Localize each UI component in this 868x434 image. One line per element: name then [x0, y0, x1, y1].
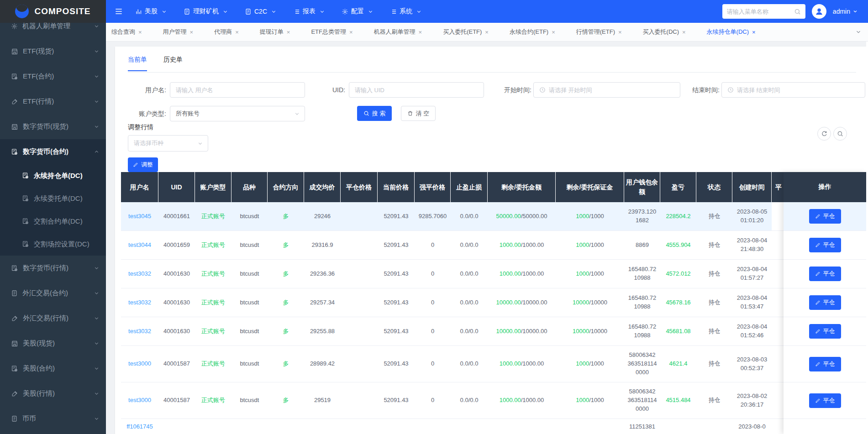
user-avatar[interactable] — [812, 4, 826, 19]
route-tab-6[interactable]: 买入委托(ETF)× — [443, 28, 489, 36]
amount-cell — [488, 419, 556, 434]
username-link[interactable]: test3000 — [121, 346, 158, 382]
col-header-15: 创建时间 — [732, 172, 772, 202]
route-tab-5[interactable]: 机器人刷单管理× — [374, 28, 422, 36]
sidebar-item-12[interactable]: 币币 — [0, 406, 106, 431]
sidebar-block-4: 数字货币(现货) — [0, 114, 106, 139]
nav-item-1[interactable]: 理财矿机 — [184, 7, 228, 16]
sidebar-item-3[interactable]: ETF(行情) — [0, 89, 106, 114]
route-tab-3[interactable]: 提现订单× — [260, 28, 290, 36]
username-link[interactable]: test3045 — [121, 202, 158, 230]
wallet-cell: 11251381 — [624, 419, 660, 434]
username-link[interactable]: test3044 — [121, 231, 158, 259]
hamburger-menu-icon[interactable] — [114, 7, 123, 16]
close-position-button[interactable]: 平仓 — [809, 295, 841, 310]
uid-field[interactable] — [349, 82, 484, 98]
sidebar-item-9[interactable]: 美股(现货) — [0, 331, 106, 356]
nav-item-0[interactable]: 美股 — [135, 7, 167, 16]
username-link[interactable]: test3000 — [121, 382, 158, 418]
close-tab-icon[interactable]: × — [349, 29, 353, 35]
tab-history-orders[interactable]: 历史单 — [163, 56, 183, 71]
amount-cell: 1000.00/1000.00 — [488, 382, 556, 418]
username-field[interactable] — [170, 82, 305, 98]
route-tab-0[interactable]: 综合查询× — [111, 28, 142, 36]
close-tab-icon[interactable]: × — [682, 29, 686, 35]
table-header: 用户名UID账户类型品种合约方向成交均价平仓价格当前价格强平价格止盈止损剩余/委… — [121, 172, 784, 202]
close-tab-icon[interactable]: × — [552, 29, 555, 35]
menu-search-input[interactable] — [727, 8, 794, 15]
close-tab-icon[interactable]: × — [287, 29, 290, 35]
route-tab-4[interactable]: ETF总类管理× — [311, 28, 352, 36]
sidebar-item-4[interactable]: 数字货币(现货) — [0, 114, 106, 139]
search-button[interactable]: 搜 索 — [357, 106, 392, 121]
nav-item-5[interactable]: 系统 — [390, 7, 422, 16]
close-tab-icon[interactable]: × — [235, 29, 239, 35]
close-tab-icon[interactable]: × — [190, 29, 194, 35]
uid-input[interactable] — [355, 87, 478, 94]
pnl-cell: 228504.2 — [660, 202, 696, 230]
adjust-button[interactable]: 调整 — [128, 157, 158, 172]
username-link[interactable]: test3032 — [121, 288, 158, 317]
coin-select[interactable]: 请选择币种 — [128, 135, 208, 152]
close-tab-icon[interactable]: × — [485, 29, 489, 35]
start-time-field[interactable] — [533, 82, 680, 98]
sidebar-item-2[interactable]: ETF(合约) — [0, 64, 106, 89]
sidebar-item-7[interactable]: 外汇交易(合约) — [0, 281, 106, 306]
close-tab-icon[interactable]: × — [752, 29, 756, 35]
menu-search-box[interactable] — [722, 4, 805, 19]
nav-item-2[interactable]: C2C — [245, 8, 277, 15]
doc-gear-icon — [22, 241, 29, 248]
username-input[interactable] — [176, 87, 299, 94]
sidebar-item-8[interactable]: 外汇交易(行情) — [0, 306, 106, 331]
wallet-cell: 165480.7210988 — [624, 317, 660, 345]
table-search-button[interactable] — [833, 127, 847, 141]
sidebar-item-6[interactable]: 数字货币(行情) — [0, 256, 106, 281]
nav-item-4[interactable]: 配置 — [342, 7, 374, 16]
table-row-4: test303240001630正式账号btcusdt多29255.885209… — [121, 317, 784, 346]
nav-item-3[interactable]: 报表 — [293, 7, 325, 16]
route-tab-2[interactable]: 代理商× — [214, 28, 239, 36]
sidebar-subitem-5-3[interactable]: 交割场控设置(DC) — [0, 233, 106, 256]
sidebar-subitem-5-2[interactable]: 交割合约单(DC) — [0, 210, 106, 233]
account-type-select[interactable]: 所有账号 — [170, 106, 305, 121]
logo: COMPOSITE — [0, 0, 106, 23]
end-time-field[interactable] — [721, 82, 865, 98]
close-position-button[interactable]: 平仓 — [809, 267, 841, 281]
refresh-button[interactable] — [817, 127, 831, 141]
clear-button[interactable]: 清 空 — [401, 106, 436, 121]
route-tab-10[interactable]: 永续持仓单(DC)× — [707, 28, 756, 36]
start-time-input[interactable] — [549, 87, 674, 94]
close-position-button[interactable]: 平仓 — [809, 209, 841, 224]
amount-cell: 1000.00/1000.00 — [488, 260, 556, 288]
close-position-button[interactable]: 平仓 — [809, 238, 841, 252]
close-tab-icon[interactable]: × — [138, 29, 142, 35]
username-link[interactable]: test3032 — [121, 317, 158, 345]
route-tab-7[interactable]: 永续合约(ETF)× — [510, 28, 555, 36]
tab-current-orders[interactable]: 当前单 — [128, 56, 147, 71]
sidebar-item-5[interactable]: 数字货币(合约) — [0, 139, 106, 164]
avg-price-cell: 29257.34 — [304, 288, 341, 317]
close-position-button[interactable]: 平仓 — [809, 324, 841, 339]
username-link[interactable]: ff1061745 — [121, 419, 158, 434]
sidebar-item-11[interactable]: 美股(行情) — [0, 381, 106, 406]
close-tab-icon[interactable]: × — [419, 29, 422, 35]
route-tabbar: 综合查询×用户管理×代理商×提现订单×ETF总类管理×机器人刷单管理×买入委托(… — [106, 23, 868, 42]
close-tab-icon[interactable]: × — [618, 29, 622, 35]
direction-cell: 多 — [268, 231, 304, 259]
tabbar-chevron-down-icon[interactable] — [855, 29, 862, 35]
sidebar-subitem-5-1[interactable]: 永续委托单(DC) — [0, 187, 106, 210]
route-tab-9[interactable]: 买入委托(DC)× — [643, 28, 686, 36]
close-position-button[interactable]: 平仓 — [809, 357, 841, 371]
username-link[interactable]: test3032 — [121, 260, 158, 288]
sidebar-item-10[interactable]: 美股(合约) — [0, 356, 106, 381]
route-tab-8[interactable]: 行情管理(ETF)× — [576, 28, 622, 36]
sidebar-item-1[interactable]: ETF(现货) — [0, 39, 106, 64]
sidebar-subitem-5-0[interactable]: 永续持仓单(DC) — [0, 164, 106, 187]
current-price-cell: 52091.43 — [378, 231, 415, 259]
admin-dropdown[interactable]: admin — [833, 8, 858, 15]
close-position-button[interactable]: 平仓 — [809, 393, 841, 408]
page-scrollbar[interactable] — [866, 23, 868, 434]
route-tab-1[interactable]: 用户管理× — [163, 28, 194, 36]
end-time-input[interactable] — [737, 87, 859, 94]
sidebar-item-0[interactable]: 机器人刷单管理 — [0, 23, 106, 39]
